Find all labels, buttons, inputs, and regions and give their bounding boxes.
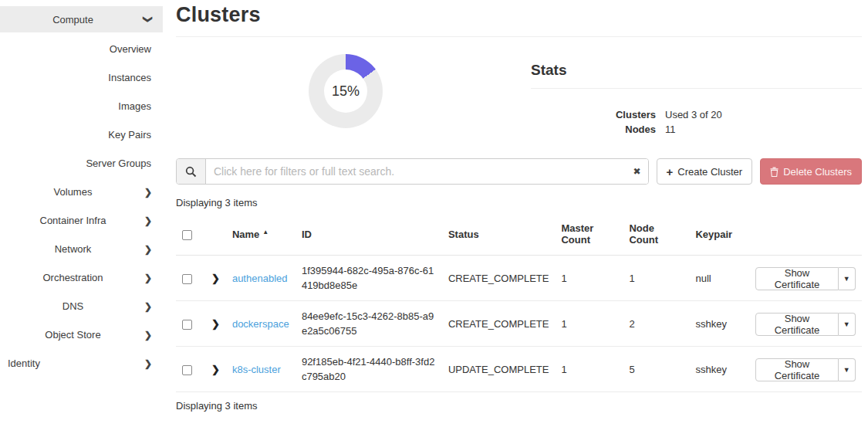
sidebar-item-volumes[interactable]: Volumes ❯ [0, 178, 163, 206]
select-all-checkbox[interactable] [182, 230, 192, 240]
sidebar-item-key-pairs[interactable]: Key Pairs [0, 120, 163, 149]
table-row: ❯ authenabled 1f395944-682c-495a-876c-61… [176, 256, 862, 301]
row-checkbox[interactable] [182, 274, 192, 284]
cluster-node-count: 2 [623, 301, 689, 347]
column-header-status[interactable]: Status [442, 213, 556, 256]
clear-search-icon[interactable]: ✖ [633, 166, 640, 177]
show-certificate-button[interactable]: Show Certificate [755, 313, 838, 336]
cluster-id: 92f185eb-4f21-4440-b8ff-3fd2c795ab20 [296, 347, 442, 392]
sidebar-item-object-store[interactable]: Object Store ❯ [0, 320, 163, 349]
create-cluster-button[interactable]: + Create Cluster [657, 158, 753, 185]
column-header-master-count[interactable]: Master Count [555, 213, 623, 256]
stats-panel: Stats Clusters Used 3 of 20 Nodes 11 [531, 48, 862, 137]
sidebar-item-network[interactable]: Network ❯ [0, 235, 163, 263]
sidebar-item-label: Key Pairs [108, 129, 151, 141]
cluster-master-count: 1 [555, 347, 623, 392]
column-label: ID [302, 229, 312, 240]
expand-row-icon[interactable]: ❯ [211, 318, 220, 330]
caret-down-icon: ▼ [843, 320, 850, 328]
cluster-status: CREATE_COMPLETE [442, 256, 556, 301]
chevron-right-icon: ❯ [144, 215, 152, 226]
cluster-name-link[interactable]: k8s-cluster [232, 364, 281, 375]
stats-list: Clusters Used 3 of 20 Nodes 11 [531, 107, 862, 137]
cluster-node-count: 1 [623, 256, 689, 301]
row-actions-dropdown-toggle[interactable]: ▼ [839, 267, 856, 290]
chevron-right-icon: ❯ [144, 273, 152, 283]
stats-row-nodes: Nodes 11 [531, 122, 862, 137]
column-header-name[interactable]: Name▲ [226, 213, 296, 256]
create-cluster-label: Create Cluster [677, 166, 742, 178]
cluster-keypair: null [689, 256, 749, 301]
cluster-name-link[interactable]: dockerspace [232, 318, 289, 330]
row-actions: Show Certificate ▼ [755, 267, 856, 290]
stats-value: Used 3 of 20 [665, 107, 722, 122]
show-certificate-button[interactable]: Show Certificate [755, 267, 838, 290]
expand-column-header [205, 213, 226, 256]
sidebar-item-container-infra[interactable]: Container Infra ❯ [0, 206, 163, 235]
expand-row-icon[interactable]: ❯ [211, 273, 220, 284]
row-checkbox[interactable] [182, 365, 192, 375]
column-label: Name [232, 229, 259, 240]
cluster-status: UPDATE_COMPLETE [442, 347, 556, 392]
search-icon-glyph [185, 166, 197, 178]
column-header-keypair[interactable]: Keypair [689, 213, 749, 256]
usage-percent-label: 15% [324, 69, 367, 113]
sidebar-item-label: Instances [108, 72, 151, 83]
chevron-right-icon: ❯ [144, 187, 152, 198]
cluster-keypair: sshkey [689, 301, 749, 347]
sidebar-item-dns[interactable]: DNS ❯ [0, 292, 163, 320]
row-actions: Show Certificate ▼ [755, 313, 856, 336]
sidebar-item-label: DNS [0, 300, 163, 312]
cluster-status: CREATE_COMPLETE [442, 301, 556, 347]
search-input[interactable] [206, 159, 648, 184]
column-label: Master Count [561, 222, 593, 246]
sidebar-item-label: Volumes [0, 186, 163, 198]
caret-down-icon: ▼ [843, 366, 850, 374]
caret-down-icon: ▼ [843, 275, 850, 283]
search-icon[interactable] [177, 159, 206, 184]
chevron-right-icon: ❯ [144, 301, 152, 312]
cluster-name-link[interactable]: authenabled [232, 273, 288, 284]
actions-column-header [749, 213, 862, 256]
cluster-id: 84ee9efc-15c3-4262-8b85-a9e2a5c06755 [296, 301, 442, 347]
stats-divider [531, 88, 862, 89]
plus-icon: + [667, 165, 674, 178]
trash-icon [770, 167, 778, 177]
column-header-id[interactable]: ID [296, 213, 442, 256]
sidebar-item-label: Overview [110, 43, 151, 55]
sort-ascending-icon: ▲ [262, 229, 269, 236]
table-row: ❯ k8s-cluster 92f185eb-4f21-4440-b8ff-3f… [176, 347, 862, 392]
sidebar-item-overview[interactable]: Overview [0, 35, 163, 63]
main-content: Clusters 15% Stats Clusters Used 3 of 20… [163, 0, 868, 444]
column-header-node-count[interactable]: Node Count [623, 213, 689, 256]
stats-title: Stats [531, 62, 862, 79]
show-certificate-button[interactable]: Show Certificate [755, 358, 838, 381]
expand-row-icon[interactable]: ❯ [211, 364, 220, 375]
toolbar: ✖ + Create Cluster Delete Clusters [176, 158, 862, 185]
delete-clusters-button[interactable]: Delete Clusters [760, 158, 862, 185]
sidebar-item-images[interactable]: Images [0, 92, 163, 120]
sidebar-item-server-groups[interactable]: Server Groups [0, 149, 163, 178]
cluster-keypair: sshkey [689, 347, 749, 392]
sidebar-item-label: Container Infra [0, 215, 163, 226]
sidebar-item-orchestration[interactable]: Orchestration ❯ [0, 263, 163, 292]
sidebar-item-label: Server Groups [86, 158, 151, 169]
usage-donut-chart: 15% [309, 54, 383, 128]
clusters-table: Name▲ ID Status Master Count Node Count … [176, 213, 862, 392]
cluster-node-count: 5 [623, 347, 689, 392]
row-actions-dropdown-toggle[interactable]: ▼ [839, 313, 856, 336]
table-row: ❯ dockerspace 84ee9efc-15c3-4262-8b85-a9… [176, 301, 862, 347]
sidebar-item-label: Compute [0, 14, 163, 25]
column-label: Node Count [629, 222, 658, 246]
sidebar-item-instances[interactable]: Instances [0, 63, 163, 92]
row-checkbox[interactable] [182, 320, 192, 330]
filter-search-group: ✖ [176, 158, 649, 185]
sidebar-item-identity[interactable]: Identity ❯ [0, 349, 163, 378]
chevron-right-icon: ❯ [144, 330, 152, 341]
cluster-master-count: 1 [555, 301, 623, 347]
column-label: Keypair [695, 229, 732, 240]
row-actions-dropdown-toggle[interactable]: ▼ [839, 358, 856, 381]
page-title: Clusters [176, 3, 862, 27]
sidebar-item-compute[interactable]: Compute ❯ [0, 6, 163, 32]
app-window: Compute ❯ Overview Instances Images Key … [0, 0, 868, 444]
